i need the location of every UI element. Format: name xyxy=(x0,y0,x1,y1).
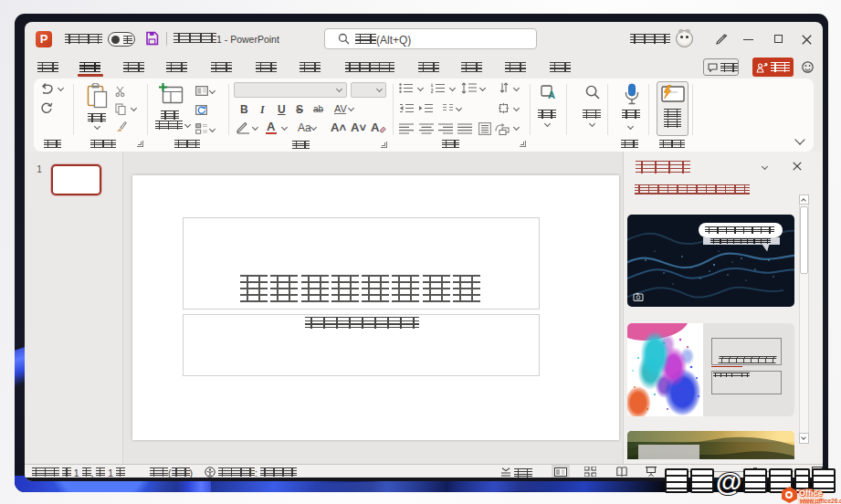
svg-text:A: A xyxy=(548,89,555,100)
